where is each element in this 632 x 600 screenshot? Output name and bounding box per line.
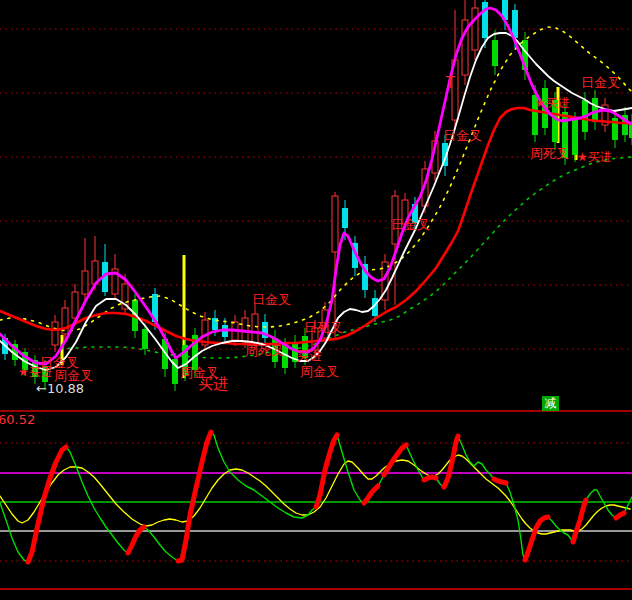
chart-annotation: ★买进 bbox=[18, 365, 53, 379]
candle-body bbox=[472, 8, 478, 50]
indicator-k-line bbox=[0, 432, 632, 562]
chart-annotation: 买进 bbox=[296, 348, 322, 363]
candle-body bbox=[252, 314, 258, 345]
chart-annotation: 日金叉 bbox=[252, 292, 291, 307]
chart-annotation: 周死叉 bbox=[530, 146, 569, 161]
indicator-up-segment bbox=[494, 479, 506, 483]
chart-annotation: ★买进 bbox=[535, 96, 570, 110]
chart-annotation: 日金叉 bbox=[443, 128, 482, 143]
indicator-up-segment bbox=[28, 447, 66, 562]
indicator-up-segment bbox=[364, 486, 378, 503]
candle-body bbox=[332, 196, 338, 252]
oscillator-panel bbox=[0, 432, 632, 589]
indicator-up-segment bbox=[616, 513, 624, 518]
stock-chart-window: 日金叉★买进周金叉←10.88周金叉买进日金叉周死叉日死叉买进周金叉日金叉日金叉… bbox=[0, 0, 632, 600]
indicator-up-segment bbox=[424, 477, 436, 480]
ma-magenta bbox=[0, 8, 632, 364]
chart-annotation: ★买进 bbox=[577, 150, 612, 164]
candle-body bbox=[142, 329, 148, 349]
indicator-up-segment bbox=[444, 436, 458, 487]
chart-annotation: 日金叉 bbox=[391, 217, 430, 232]
chart-annotation: 买进 bbox=[198, 375, 228, 393]
indicator-up-segment bbox=[573, 500, 586, 542]
indicator-up-segment bbox=[178, 432, 211, 561]
moving-averages-layer bbox=[0, 8, 632, 370]
chart-annotation: 周金叉 bbox=[300, 364, 339, 379]
chart-annotation: 周死叉 bbox=[245, 343, 284, 358]
reduce-badge: 减 bbox=[542, 396, 559, 411]
indicator-up-segment bbox=[525, 517, 548, 560]
candle-body bbox=[342, 208, 348, 228]
chart-annotation: 日死叉 bbox=[304, 320, 343, 335]
candle-body bbox=[52, 322, 58, 345]
indicator-d-line bbox=[0, 455, 630, 534]
chart-annotation: T bbox=[445, 74, 456, 92]
indicator-value-label: 60.52 bbox=[0, 412, 35, 427]
price-and-indicator-chart[interactable]: 日金叉★买进周金叉←10.88周金叉买进日金叉周死叉日死叉买进周金叉日金叉日金叉… bbox=[0, 0, 632, 600]
chart-annotation: 日金叉 bbox=[581, 75, 620, 90]
candle-body bbox=[72, 292, 78, 318]
candle-body bbox=[82, 271, 88, 294]
candle-body bbox=[492, 40, 498, 66]
chart-annotation: ←10.88 bbox=[36, 381, 84, 396]
